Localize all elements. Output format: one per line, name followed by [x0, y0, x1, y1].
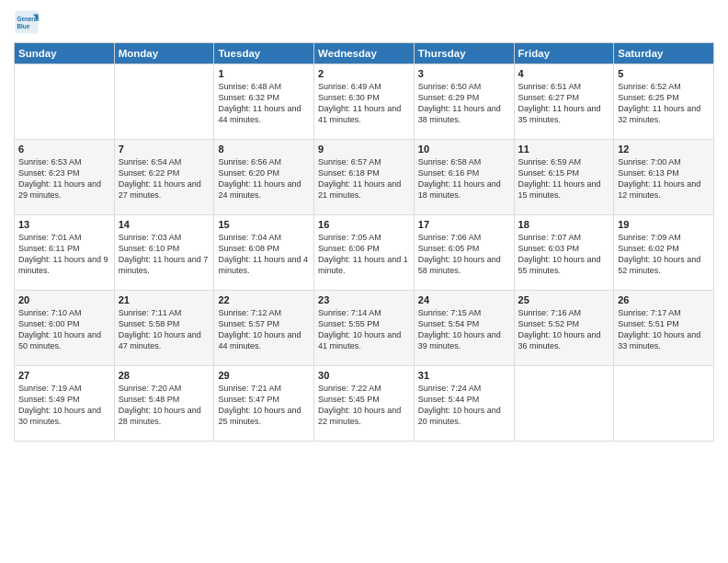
week-row: 6Sunrise: 6:53 AM Sunset: 6:23 PM Daylig…: [15, 140, 714, 215]
header-day: Thursday: [414, 43, 514, 64]
calendar-cell: 6Sunrise: 6:53 AM Sunset: 6:23 PM Daylig…: [15, 140, 115, 215]
calendar-cell: 15Sunrise: 7:04 AM Sunset: 6:08 PM Dayli…: [214, 215, 314, 291]
day-number: 11: [518, 144, 610, 155]
calendar-cell: 14Sunrise: 7:03 AM Sunset: 6:10 PM Dayli…: [114, 215, 214, 291]
day-number: 3: [418, 68, 510, 79]
header-day: Saturday: [614, 43, 714, 64]
day-info: Sunrise: 6:59 AM Sunset: 6:15 PM Dayligh…: [518, 156, 610, 201]
calendar-cell: 16Sunrise: 7:05 AM Sunset: 6:06 PM Dayli…: [314, 215, 415, 291]
day-info: Sunrise: 6:54 AM Sunset: 6:22 PM Dayligh…: [119, 156, 210, 201]
day-number: 16: [318, 219, 410, 230]
calendar-cell: 8Sunrise: 6:56 AM Sunset: 6:20 PM Daylig…: [214, 140, 314, 215]
calendar-cell: 28Sunrise: 7:20 AM Sunset: 5:48 PM Dayli…: [114, 366, 214, 442]
day-info: Sunrise: 7:06 AM Sunset: 6:05 PM Dayligh…: [418, 232, 510, 277]
day-number: 20: [18, 294, 110, 305]
calendar-cell: 27Sunrise: 7:19 AM Sunset: 5:49 PM Dayli…: [15, 366, 115, 442]
calendar-cell: 11Sunrise: 6:59 AM Sunset: 6:15 PM Dayli…: [514, 140, 614, 215]
day-info: Sunrise: 7:03 AM Sunset: 6:10 PM Dayligh…: [119, 232, 210, 277]
day-info: Sunrise: 6:49 AM Sunset: 6:30 PM Dayligh…: [318, 81, 410, 126]
calendar-cell: 31Sunrise: 7:24 AM Sunset: 5:44 PM Dayli…: [414, 366, 514, 442]
day-info: Sunrise: 6:52 AM Sunset: 6:25 PM Dayligh…: [618, 81, 710, 126]
header-day: Wednesday: [314, 43, 415, 64]
day-number: 18: [518, 219, 610, 230]
day-number: 10: [418, 144, 510, 155]
day-number: 28: [119, 370, 210, 381]
day-number: 25: [518, 294, 610, 305]
header-day: Monday: [114, 43, 214, 64]
week-row: 20Sunrise: 7:10 AM Sunset: 6:00 PM Dayli…: [15, 291, 714, 366]
svg-text:Blue: Blue: [17, 23, 30, 29]
day-info: Sunrise: 6:53 AM Sunset: 6:23 PM Dayligh…: [18, 156, 110, 201]
day-number: 29: [218, 370, 310, 381]
header-day: Sunday: [15, 43, 115, 64]
day-info: Sunrise: 7:22 AM Sunset: 5:45 PM Dayligh…: [318, 383, 410, 428]
week-row: 1Sunrise: 6:48 AM Sunset: 6:32 PM Daylig…: [15, 64, 714, 140]
week-row: 27Sunrise: 7:19 AM Sunset: 5:49 PM Dayli…: [15, 366, 714, 442]
day-number: 14: [119, 219, 210, 230]
day-number: 31: [418, 370, 510, 381]
day-info: Sunrise: 7:07 AM Sunset: 6:03 PM Dayligh…: [518, 232, 610, 277]
calendar-cell: 23Sunrise: 7:14 AM Sunset: 5:55 PM Dayli…: [314, 291, 415, 366]
calendar-cell: 24Sunrise: 7:15 AM Sunset: 5:54 PM Dayli…: [414, 291, 514, 366]
calendar-cell: 21Sunrise: 7:11 AM Sunset: 5:58 PM Dayli…: [114, 291, 214, 366]
day-info: Sunrise: 7:21 AM Sunset: 5:47 PM Dayligh…: [218, 383, 310, 428]
day-info: Sunrise: 7:20 AM Sunset: 5:48 PM Dayligh…: [119, 383, 210, 428]
page: General Blue SundayMondayTuesdayWednesda…: [0, 0, 728, 563]
calendar-cell: [15, 64, 115, 140]
calendar-cell: 25Sunrise: 7:16 AM Sunset: 5:52 PM Dayli…: [514, 291, 614, 366]
day-info: Sunrise: 7:11 AM Sunset: 5:58 PM Dayligh…: [119, 307, 210, 352]
day-info: Sunrise: 6:57 AM Sunset: 6:18 PM Dayligh…: [318, 156, 410, 201]
day-info: Sunrise: 7:04 AM Sunset: 6:08 PM Dayligh…: [218, 232, 310, 277]
week-row: 13Sunrise: 7:01 AM Sunset: 6:11 PM Dayli…: [15, 215, 714, 291]
day-info: Sunrise: 7:17 AM Sunset: 5:51 PM Dayligh…: [618, 307, 710, 352]
logo: General Blue: [14, 9, 42, 35]
logo-icon: General Blue: [14, 9, 40, 35]
day-number: 12: [618, 144, 710, 155]
calendar-cell: 5Sunrise: 6:52 AM Sunset: 6:25 PM Daylig…: [614, 64, 714, 140]
day-number: 1: [218, 68, 310, 79]
calendar-cell: 13Sunrise: 7:01 AM Sunset: 6:11 PM Dayli…: [15, 215, 115, 291]
calendar-cell: 4Sunrise: 6:51 AM Sunset: 6:27 PM Daylig…: [514, 64, 614, 140]
calendar-cell: 12Sunrise: 7:00 AM Sunset: 6:13 PM Dayli…: [614, 140, 714, 215]
day-number: 2: [318, 68, 410, 79]
header-day: Tuesday: [214, 43, 314, 64]
calendar-cell: 19Sunrise: 7:09 AM Sunset: 6:02 PM Dayli…: [614, 215, 714, 291]
calendar-cell: [514, 366, 614, 442]
day-info: Sunrise: 7:14 AM Sunset: 5:55 PM Dayligh…: [318, 307, 410, 352]
day-info: Sunrise: 6:51 AM Sunset: 6:27 PM Dayligh…: [518, 81, 610, 126]
svg-rect-0: [15, 10, 38, 33]
day-number: 19: [618, 219, 710, 230]
day-info: Sunrise: 7:12 AM Sunset: 5:57 PM Dayligh…: [218, 307, 310, 352]
day-number: 7: [119, 144, 210, 155]
day-info: Sunrise: 7:05 AM Sunset: 6:06 PM Dayligh…: [318, 232, 410, 277]
day-number: 24: [418, 294, 510, 305]
calendar-cell: 17Sunrise: 7:06 AM Sunset: 6:05 PM Dayli…: [414, 215, 514, 291]
day-number: 30: [318, 370, 410, 381]
day-info: Sunrise: 7:16 AM Sunset: 5:52 PM Dayligh…: [518, 307, 610, 352]
calendar-cell: [114, 64, 214, 140]
day-number: 4: [518, 68, 610, 79]
day-info: Sunrise: 7:10 AM Sunset: 6:00 PM Dayligh…: [18, 307, 110, 352]
calendar-cell: 9Sunrise: 6:57 AM Sunset: 6:18 PM Daylig…: [314, 140, 415, 215]
calendar-cell: 2Sunrise: 6:49 AM Sunset: 6:30 PM Daylig…: [314, 64, 415, 140]
header: General Blue: [14, 9, 714, 35]
day-info: Sunrise: 6:56 AM Sunset: 6:20 PM Dayligh…: [218, 156, 310, 201]
calendar-cell: 20Sunrise: 7:10 AM Sunset: 6:00 PM Dayli…: [15, 291, 115, 366]
day-info: Sunrise: 7:01 AM Sunset: 6:11 PM Dayligh…: [18, 232, 110, 277]
day-info: Sunrise: 7:15 AM Sunset: 5:54 PM Dayligh…: [418, 307, 510, 352]
day-number: 15: [218, 219, 310, 230]
calendar-cell: [614, 366, 714, 442]
calendar-cell: 30Sunrise: 7:22 AM Sunset: 5:45 PM Dayli…: [314, 366, 415, 442]
calendar-cell: 1Sunrise: 6:48 AM Sunset: 6:32 PM Daylig…: [214, 64, 314, 140]
day-number: 6: [18, 144, 110, 155]
calendar-cell: 3Sunrise: 6:50 AM Sunset: 6:29 PM Daylig…: [414, 64, 514, 140]
day-info: Sunrise: 6:58 AM Sunset: 6:16 PM Dayligh…: [418, 156, 510, 201]
calendar-cell: 18Sunrise: 7:07 AM Sunset: 6:03 PM Dayli…: [514, 215, 614, 291]
calendar-table: SundayMondayTuesdayWednesdayThursdayFrid…: [14, 42, 714, 442]
day-info: Sunrise: 7:19 AM Sunset: 5:49 PM Dayligh…: [18, 383, 110, 428]
day-number: 23: [318, 294, 410, 305]
calendar-cell: 29Sunrise: 7:21 AM Sunset: 5:47 PM Dayli…: [214, 366, 314, 442]
header-day: Friday: [514, 43, 614, 64]
day-number: 8: [218, 144, 310, 155]
header-row: SundayMondayTuesdayWednesdayThursdayFrid…: [15, 43, 714, 64]
